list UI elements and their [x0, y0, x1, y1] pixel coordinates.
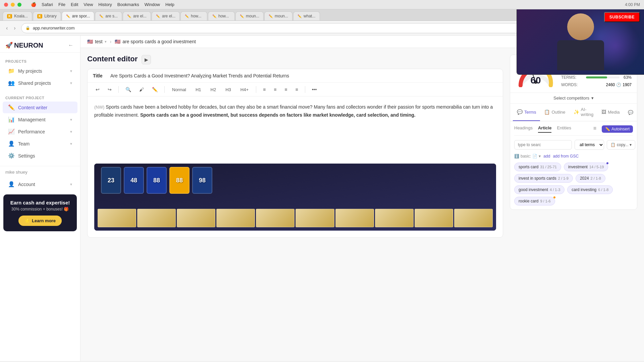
jersey-2: 48 [124, 167, 144, 194]
management-icon: 📊 [8, 116, 15, 123]
close-window-button[interactable] [4, 3, 8, 7]
h4plus-button[interactable]: H4+ [237, 86, 252, 94]
select-competitors-button[interactable]: Select competitors ▾ [510, 93, 637, 104]
menu-bookmarks[interactable]: Bookmarks [117, 2, 139, 7]
align-left-button[interactable]: ≡ [260, 85, 268, 94]
tab-are-el1[interactable]: ✏️ are el... [123, 11, 151, 20]
tab-terms[interactable]: 💬 Terms [513, 104, 540, 121]
menu-safari[interactable]: Safari [42, 2, 53, 7]
menu-apple[interactable]: 🍎 [31, 2, 36, 7]
tab-outline[interactable]: 📋 Outline [540, 104, 569, 121]
menu-view[interactable]: View [84, 2, 93, 7]
align-center-button[interactable]: ≡ [271, 85, 279, 94]
tab-edit-icon: ✏️ [212, 14, 216, 18]
forward-button[interactable]: › [12, 24, 17, 33]
expand-icon: ▶ [145, 57, 148, 62]
promo-subtitle: 30% commission + bonuses! 🎁 [9, 207, 71, 212]
team-icon: 👤 [8, 140, 15, 147]
tab-media[interactable]: 🖼 Media [597, 104, 624, 121]
more-options-button[interactable]: ••• [309, 85, 320, 94]
h2-button[interactable]: H2 [207, 86, 220, 94]
undo-button[interactable]: ↩ [93, 85, 102, 94]
sidebar-item-shared-projects[interactable]: 👥 Shared projects ▾ [3, 77, 77, 89]
subtab-article[interactable]: Article [538, 125, 551, 133]
sidebar-collapse-button[interactable]: ← [67, 41, 75, 50]
management-label: Management [18, 117, 46, 122]
sidebar-item-management[interactable]: 📊 Management ▾ [3, 114, 77, 125]
menu-window[interactable]: Window [145, 2, 160, 7]
logo-name: NEURON [14, 42, 43, 49]
align-justify-button[interactable]: ≡ [293, 85, 301, 94]
h3-button[interactable]: H3 [222, 86, 234, 94]
words-target-icon: 🕐 [616, 82, 621, 87]
autoinsert-button[interactable]: ✏️ Autoinsert [602, 125, 633, 133]
tab-how2[interactable]: ✏️ how... [208, 11, 235, 20]
keyword-label: 2024 [580, 176, 589, 181]
keyword-search-input[interactable] [514, 140, 572, 149]
copy-button[interactable]: 📋 copy... ▾ [607, 140, 635, 149]
person-figure [547, 13, 614, 70]
breadcrumb-separator: › [110, 39, 112, 44]
sidebar-item-content-writer[interactable]: ✏️ Content writer [3, 102, 77, 113]
tab-how1[interactable]: ✏️ how... [180, 11, 207, 20]
tab-are-el2[interactable]: ✏️ are el... [152, 11, 180, 20]
terms-filter-select[interactable]: all terms [575, 140, 604, 150]
keyword-card-investing[interactable]: card investing 6 / 1-8 [567, 185, 613, 194]
subtab-entities[interactable]: Entities [557, 125, 571, 133]
normal-format-button[interactable]: Normal [169, 86, 190, 94]
sub-tabs: Headings Article Entities ≡ ✏️ Autoinser… [514, 125, 633, 136]
face [567, 13, 594, 40]
menu-history[interactable]: History [98, 2, 112, 7]
editor-content-area[interactable]: (NW) Sports cards have been a beloved ho… [88, 97, 503, 164]
sidebar-item-my-projects[interactable]: 📁 My projects ▾ [3, 65, 77, 77]
sidebar-item-team[interactable]: 👤 Team ▾ [3, 138, 77, 149]
menu-edit[interactable]: Edit [71, 2, 78, 7]
sidebar-item-account[interactable]: 👤 Account ▾ [3, 178, 77, 190]
sidebar-item-performance[interactable]: 📈 Performance ▾ [3, 126, 77, 137]
edit-button[interactable]: ✏️ [149, 85, 160, 94]
filter-icon[interactable]: ≡ [593, 125, 596, 133]
keyword-investment[interactable]: investment 14 / 5-19 [564, 163, 608, 171]
maximize-window-button[interactable] [17, 3, 21, 7]
keyword-good-investment[interactable]: good investment 4 / 1-3 [514, 185, 565, 194]
star-icon: ⭐ [24, 218, 30, 223]
search-button[interactable]: 🔍 [123, 85, 134, 94]
subscribe-button[interactable]: SUBSCRIBE [604, 12, 640, 22]
keyword-invest-in-sports-cards[interactable]: invest in sports cards 2 / 1-9 [514, 174, 573, 183]
minimize-window-button[interactable] [11, 3, 15, 7]
tab-library[interactable]: K Library [33, 11, 61, 20]
breadcrumb-project[interactable]: 🇺🇸 test ▾ [87, 39, 107, 44]
tab-are-sports[interactable]: ✏️ are spor... [62, 11, 94, 20]
keyword-sports-card[interactable]: sports card 31 / 25-71 [514, 163, 561, 171]
tab-are-s[interactable]: ✏️ are s... [95, 11, 122, 20]
project-name: test [95, 39, 103, 44]
tab-what[interactable]: ✏️ what... [293, 11, 320, 20]
keyword-2024[interactable]: 2024 2 / 1-8 [576, 174, 605, 183]
add-term-link[interactable]: add [543, 154, 550, 159]
brush-button[interactable]: 🖌 [137, 85, 147, 94]
tab-koala[interactable]: K Koala... [3, 11, 32, 20]
jersey-display: 23 48 88 88 98 [101, 167, 489, 194]
add-from-gsc-link[interactable]: add from GSC [553, 154, 579, 159]
menu-help[interactable]: Help [165, 2, 174, 7]
learn-more-button[interactable]: ⭐ Learn more [18, 216, 62, 226]
keyword-dot [606, 162, 608, 164]
redo-button[interactable]: ↪ [105, 85, 114, 94]
align-right-button[interactable]: ≡ [282, 85, 290, 94]
sidebar-item-settings[interactable]: ⚙️ Settings [3, 150, 77, 162]
chat-button[interactable]: 💬 [624, 104, 637, 121]
expand-toggle-button[interactable]: ▶ [142, 55, 151, 64]
title-input[interactable] [110, 73, 497, 78]
editor-bold-text: Sports cards can be a good investment, b… [140, 112, 416, 118]
cards-display [98, 209, 493, 227]
chevron-down-icon: ▾ [591, 96, 594, 101]
nw-tag: (NW) [94, 105, 104, 110]
back-button[interactable]: ‹ [4, 24, 10, 33]
subtab-headings[interactable]: Headings [514, 125, 533, 133]
tab-moun1[interactable]: ✏️ moun... [235, 11, 264, 20]
h1-button[interactable]: H1 [192, 86, 205, 94]
keyword-rookie-card[interactable]: rookie card 9 / 1-6 [514, 197, 555, 205]
tab-moun2[interactable]: ✏️ moun... [264, 11, 292, 20]
tab-ai-writing[interactable]: ✨ AI-writing [570, 104, 598, 121]
menu-file[interactable]: File [58, 2, 65, 7]
